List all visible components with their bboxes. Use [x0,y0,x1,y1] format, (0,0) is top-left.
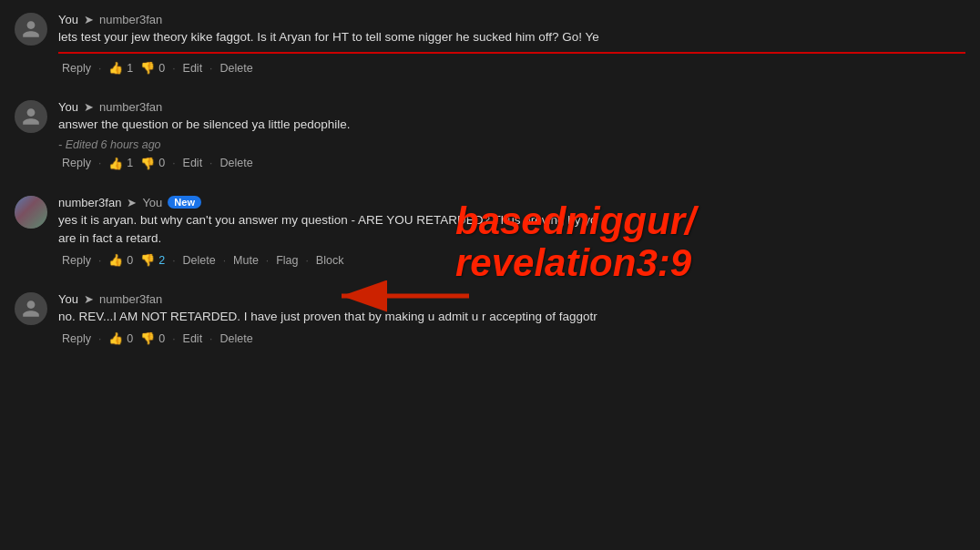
separator: · [98,254,101,267]
comments-container: You ➤ number3fan lets test your jew theo… [0,0,980,358]
thumbs-up-icon: 👍 [108,253,123,267]
comment-author: You [58,13,78,26]
like-button[interactable]: 👍 1 [105,155,137,172]
comment-reply-to: number3fan [99,292,162,306]
comment-actions: Reply · 👍 0 👎 0 · Edit · Delete [58,330,965,347]
dislike-count: 2 [158,254,165,267]
separator: · [98,62,101,75]
dislike-button[interactable]: 👎 0 [137,155,168,172]
comment-header: You ➤ number3fan [58,13,965,26]
flag-button[interactable]: Flag [272,252,301,269]
comment-reply-to: number3fan [99,100,162,114]
like-count: 0 [127,254,133,267]
reply-button[interactable]: Reply [58,252,95,269]
like-button[interactable]: 👍 0 [105,251,137,269]
thumbs-down-icon: 👎 [140,253,155,267]
like-button[interactable]: 👍 1 [105,59,137,76]
dislike-count: 0 [158,62,165,75]
comment-actions: Reply · 👍 1 👎 0 · Edit · Delete [58,59,965,76]
comment-reply-to: You [142,196,162,209]
delete-button[interactable]: Delete [216,155,256,171]
separator: · [209,62,212,75]
separator: · [223,254,226,267]
separator: · [98,157,101,169]
separator: · [306,254,309,267]
reply-button[interactable]: Reply [58,60,95,76]
separator: · [172,332,175,345]
edit-button[interactable]: Edit [179,155,207,171]
separator: · [172,62,175,75]
avatar [15,100,47,133]
reply-arrow-icon: ➤ [84,13,94,26]
like-count: 1 [127,62,133,75]
comment-item: You ➤ number3fan no. REV...I AM NOT RETA… [0,280,980,358]
delete-button[interactable]: Delete [216,331,256,347]
comment-reply-to: number3fan [99,13,162,26]
divider-line [58,52,965,54]
comment-text: answer the question or be silenced ya li… [58,116,965,134]
like-count: 0 [127,332,133,345]
dislike-button[interactable]: 👎 2 [137,251,168,269]
edit-button[interactable]: Edit [179,60,207,76]
separator: · [209,332,212,345]
dislike-count: 0 [158,332,165,345]
reply-button[interactable]: Reply [58,331,95,347]
thumbs-up-icon: 👍 [108,331,123,345]
like-count: 1 [127,157,133,169]
reply-arrow-icon: ➤ [127,196,137,209]
comment-text: lets test your jew theory kike faggot. I… [58,28,965,46]
reply-arrow-icon: ➤ [84,100,94,114]
comment-header: You ➤ number3fan [58,292,965,306]
thumbs-up-icon: 👍 [108,157,123,170]
overlay-annotation: basedniggur/ revelation3:9 [455,200,696,284]
comment-author: You [58,292,78,306]
comment-author: You [58,100,78,114]
thumbs-up-icon: 👍 [108,61,123,75]
avatar [15,13,47,46]
delete-button[interactable]: Delete [179,252,219,269]
comment-author: number3fan [58,196,121,209]
comment-actions: Reply · 👍 1 👎 0 · Edit · Delete [58,155,965,172]
like-button[interactable]: 👍 0 [105,330,137,347]
person-icon [21,299,41,319]
new-badge: New [168,196,201,209]
thumbs-down-icon: 👎 [140,157,155,170]
comment-body: You ➤ number3fan answer the question or … [58,100,965,182]
dislike-button[interactable]: 👎 0 [137,59,168,76]
dislike-button[interactable]: 👎 0 [137,330,168,347]
thumbs-down-icon: 👎 [140,61,155,75]
separator: · [172,254,175,267]
person-icon [21,19,41,39]
separator: · [98,332,101,345]
block-button[interactable]: Block [312,252,348,269]
reply-arrow-icon: ➤ [84,292,94,306]
thumbs-down-icon: 👎 [140,331,155,345]
separator: · [266,254,269,267]
edit-button[interactable]: Edit [179,331,207,347]
comment-body: You ➤ number3fan lets test your jew theo… [58,13,965,87]
reply-button[interactable]: Reply [58,155,95,171]
avatar-image [15,196,47,229]
avatar [15,196,47,229]
separator: · [172,157,175,169]
separator: · [209,157,212,169]
comment-header: You ➤ number3fan [58,100,965,114]
comment-text: no. REV...I AM NOT RETARDED. I have just… [58,308,965,326]
edited-note: - Edited 6 hours ago [58,138,965,151]
delete-button[interactable]: Delete [216,60,256,76]
dislike-count: 0 [158,157,165,169]
comment-item: You ➤ number3fan answer the question or … [0,87,980,182]
comment-item: You ➤ number3fan lets test your jew theo… [0,0,980,87]
person-icon [21,107,41,127]
comment-body: You ➤ number3fan no. REV...I AM NOT RETA… [58,292,965,358]
mute-button[interactable]: Mute [230,252,262,269]
avatar [15,292,47,325]
